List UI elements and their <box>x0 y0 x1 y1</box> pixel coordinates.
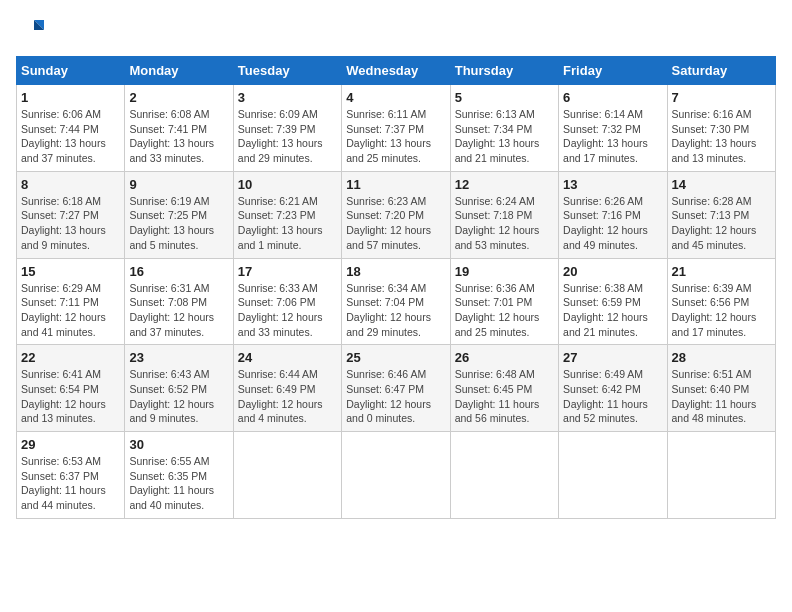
day-info: Sunrise: 6:18 AMSunset: 7:27 PMDaylight:… <box>21 194 120 253</box>
calendar-cell <box>342 432 450 519</box>
day-info: Sunrise: 6:53 AMSunset: 6:37 PMDaylight:… <box>21 454 120 513</box>
day-info: Sunrise: 6:34 AMSunset: 7:04 PMDaylight:… <box>346 281 445 340</box>
calendar-cell: 13 Sunrise: 6:26 AMSunset: 7:16 PMDaylig… <box>559 171 667 258</box>
day-number: 17 <box>238 264 337 279</box>
calendar-cell: 29 Sunrise: 6:53 AMSunset: 6:37 PMDaylig… <box>17 432 125 519</box>
calendar-cell <box>559 432 667 519</box>
day-number: 4 <box>346 90 445 105</box>
calendar-cell: 28 Sunrise: 6:51 AMSunset: 6:40 PMDaylig… <box>667 345 775 432</box>
day-number: 12 <box>455 177 554 192</box>
day-number: 3 <box>238 90 337 105</box>
day-info: Sunrise: 6:49 AMSunset: 6:42 PMDaylight:… <box>563 367 662 426</box>
calendar-week-row: 1 Sunrise: 6:06 AMSunset: 7:44 PMDayligh… <box>17 85 776 172</box>
calendar-cell: 4 Sunrise: 6:11 AMSunset: 7:37 PMDayligh… <box>342 85 450 172</box>
day-number: 30 <box>129 437 228 452</box>
day-number: 18 <box>346 264 445 279</box>
day-info: Sunrise: 6:46 AMSunset: 6:47 PMDaylight:… <box>346 367 445 426</box>
day-number: 13 <box>563 177 662 192</box>
calendar-week-row: 29 Sunrise: 6:53 AMSunset: 6:37 PMDaylig… <box>17 432 776 519</box>
day-number: 26 <box>455 350 554 365</box>
calendar-table: SundayMondayTuesdayWednesdayThursdayFrid… <box>16 56 776 519</box>
day-info: Sunrise: 6:39 AMSunset: 6:56 PMDaylight:… <box>672 281 771 340</box>
day-info: Sunrise: 6:41 AMSunset: 6:54 PMDaylight:… <box>21 367 120 426</box>
calendar-cell: 12 Sunrise: 6:24 AMSunset: 7:18 PMDaylig… <box>450 171 558 258</box>
day-info: Sunrise: 6:14 AMSunset: 7:32 PMDaylight:… <box>563 107 662 166</box>
weekday-header-monday: Monday <box>125 57 233 85</box>
day-number: 20 <box>563 264 662 279</box>
day-number: 7 <box>672 90 771 105</box>
calendar-cell: 1 Sunrise: 6:06 AMSunset: 7:44 PMDayligh… <box>17 85 125 172</box>
day-number: 9 <box>129 177 228 192</box>
day-info: Sunrise: 6:23 AMSunset: 7:20 PMDaylight:… <box>346 194 445 253</box>
calendar-cell <box>667 432 775 519</box>
day-number: 15 <box>21 264 120 279</box>
calendar-cell: 10 Sunrise: 6:21 AMSunset: 7:23 PMDaylig… <box>233 171 341 258</box>
weekday-header-saturday: Saturday <box>667 57 775 85</box>
day-info: Sunrise: 6:19 AMSunset: 7:25 PMDaylight:… <box>129 194 228 253</box>
day-number: 2 <box>129 90 228 105</box>
weekday-header-sunday: Sunday <box>17 57 125 85</box>
calendar-cell: 16 Sunrise: 6:31 AMSunset: 7:08 PMDaylig… <box>125 258 233 345</box>
day-info: Sunrise: 6:43 AMSunset: 6:52 PMDaylight:… <box>129 367 228 426</box>
calendar-cell: 21 Sunrise: 6:39 AMSunset: 6:56 PMDaylig… <box>667 258 775 345</box>
calendar-cell: 9 Sunrise: 6:19 AMSunset: 7:25 PMDayligh… <box>125 171 233 258</box>
day-number: 29 <box>21 437 120 452</box>
calendar-cell: 8 Sunrise: 6:18 AMSunset: 7:27 PMDayligh… <box>17 171 125 258</box>
calendar-cell: 26 Sunrise: 6:48 AMSunset: 6:45 PMDaylig… <box>450 345 558 432</box>
calendar-cell: 19 Sunrise: 6:36 AMSunset: 7:01 PMDaylig… <box>450 258 558 345</box>
calendar-cell: 17 Sunrise: 6:33 AMSunset: 7:06 PMDaylig… <box>233 258 341 345</box>
calendar-cell: 7 Sunrise: 6:16 AMSunset: 7:30 PMDayligh… <box>667 85 775 172</box>
day-number: 22 <box>21 350 120 365</box>
day-info: Sunrise: 6:06 AMSunset: 7:44 PMDaylight:… <box>21 107 120 166</box>
day-number: 16 <box>129 264 228 279</box>
day-number: 6 <box>563 90 662 105</box>
day-number: 27 <box>563 350 662 365</box>
calendar-cell: 25 Sunrise: 6:46 AMSunset: 6:47 PMDaylig… <box>342 345 450 432</box>
day-number: 28 <box>672 350 771 365</box>
calendar-week-row: 22 Sunrise: 6:41 AMSunset: 6:54 PMDaylig… <box>17 345 776 432</box>
calendar-cell <box>450 432 558 519</box>
day-number: 24 <box>238 350 337 365</box>
day-info: Sunrise: 6:16 AMSunset: 7:30 PMDaylight:… <box>672 107 771 166</box>
calendar-week-row: 15 Sunrise: 6:29 AMSunset: 7:11 PMDaylig… <box>17 258 776 345</box>
page-header <box>16 16 776 44</box>
calendar-cell: 5 Sunrise: 6:13 AMSunset: 7:34 PMDayligh… <box>450 85 558 172</box>
weekday-header-tuesday: Tuesday <box>233 57 341 85</box>
day-number: 10 <box>238 177 337 192</box>
calendar-cell: 22 Sunrise: 6:41 AMSunset: 6:54 PMDaylig… <box>17 345 125 432</box>
day-info: Sunrise: 6:48 AMSunset: 6:45 PMDaylight:… <box>455 367 554 426</box>
calendar-cell: 24 Sunrise: 6:44 AMSunset: 6:49 PMDaylig… <box>233 345 341 432</box>
calendar-cell: 18 Sunrise: 6:34 AMSunset: 7:04 PMDaylig… <box>342 258 450 345</box>
day-info: Sunrise: 6:11 AMSunset: 7:37 PMDaylight:… <box>346 107 445 166</box>
calendar-cell: 27 Sunrise: 6:49 AMSunset: 6:42 PMDaylig… <box>559 345 667 432</box>
day-info: Sunrise: 6:21 AMSunset: 7:23 PMDaylight:… <box>238 194 337 253</box>
calendar-cell: 3 Sunrise: 6:09 AMSunset: 7:39 PMDayligh… <box>233 85 341 172</box>
logo-icon <box>16 16 44 44</box>
calendar-cell: 14 Sunrise: 6:28 AMSunset: 7:13 PMDaylig… <box>667 171 775 258</box>
day-number: 1 <box>21 90 120 105</box>
calendar-cell: 15 Sunrise: 6:29 AMSunset: 7:11 PMDaylig… <box>17 258 125 345</box>
day-info: Sunrise: 6:51 AMSunset: 6:40 PMDaylight:… <box>672 367 771 426</box>
day-info: Sunrise: 6:44 AMSunset: 6:49 PMDaylight:… <box>238 367 337 426</box>
day-info: Sunrise: 6:31 AMSunset: 7:08 PMDaylight:… <box>129 281 228 340</box>
calendar-cell <box>233 432 341 519</box>
day-info: Sunrise: 6:36 AMSunset: 7:01 PMDaylight:… <box>455 281 554 340</box>
day-info: Sunrise: 6:33 AMSunset: 7:06 PMDaylight:… <box>238 281 337 340</box>
weekday-header-thursday: Thursday <box>450 57 558 85</box>
calendar-cell: 2 Sunrise: 6:08 AMSunset: 7:41 PMDayligh… <box>125 85 233 172</box>
day-number: 23 <box>129 350 228 365</box>
calendar-week-row: 8 Sunrise: 6:18 AMSunset: 7:27 PMDayligh… <box>17 171 776 258</box>
day-info: Sunrise: 6:28 AMSunset: 7:13 PMDaylight:… <box>672 194 771 253</box>
day-info: Sunrise: 6:09 AMSunset: 7:39 PMDaylight:… <box>238 107 337 166</box>
day-info: Sunrise: 6:26 AMSunset: 7:16 PMDaylight:… <box>563 194 662 253</box>
day-info: Sunrise: 6:08 AMSunset: 7:41 PMDaylight:… <box>129 107 228 166</box>
day-number: 8 <box>21 177 120 192</box>
day-info: Sunrise: 6:38 AMSunset: 6:59 PMDaylight:… <box>563 281 662 340</box>
weekday-header-friday: Friday <box>559 57 667 85</box>
calendar-cell: 6 Sunrise: 6:14 AMSunset: 7:32 PMDayligh… <box>559 85 667 172</box>
calendar-header-row: SundayMondayTuesdayWednesdayThursdayFrid… <box>17 57 776 85</box>
day-info: Sunrise: 6:24 AMSunset: 7:18 PMDaylight:… <box>455 194 554 253</box>
day-number: 25 <box>346 350 445 365</box>
calendar-cell: 11 Sunrise: 6:23 AMSunset: 7:20 PMDaylig… <box>342 171 450 258</box>
day-info: Sunrise: 6:13 AMSunset: 7:34 PMDaylight:… <box>455 107 554 166</box>
